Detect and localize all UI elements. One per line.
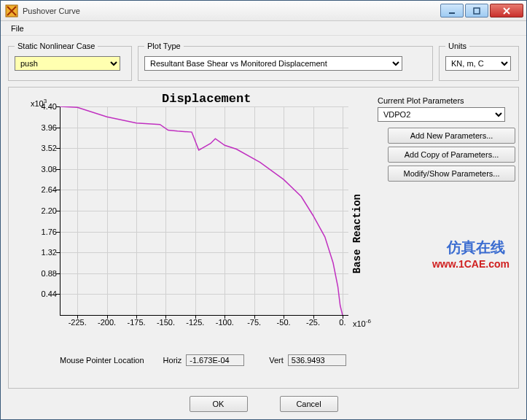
x-tick-label: -75. [243, 318, 265, 327]
add-copy-parameters-button[interactable]: Add Copy of Parameters... [388, 147, 515, 163]
y-tick-label: 3.52 [31, 144, 57, 152]
titlebar: Pushover Curve [1, 1, 526, 21]
horiz-label: Horiz [163, 356, 182, 365]
minimize-button[interactable] [440, 4, 464, 18]
watermark-text: 仿真在线 [447, 238, 505, 257]
x-tick-label: -225. [66, 318, 88, 327]
x-tick-label: -100. [214, 318, 235, 327]
y-tick-label: 0.88 [31, 269, 57, 278]
x-tick-label: -50. [273, 318, 294, 327]
chart-title: Displacement [162, 92, 251, 106]
group-units: Units KN, m, C [439, 42, 519, 81]
menubar: File [1, 21, 526, 36]
cancel-button[interactable]: Cancel [280, 396, 338, 412]
x-tick-label: -125. [184, 318, 206, 327]
x-axis-multiplier: x10-6 [353, 318, 371, 328]
menu-file[interactable]: File [5, 23, 30, 34]
group-units-legend: Units [445, 42, 469, 50]
svg-rect-2 [474, 8, 480, 14]
group-static-nonlinear-case: Static Nonlinear Case push [8, 42, 132, 81]
y-tick-label: 2.20 [31, 206, 57, 215]
case-select[interactable]: push [15, 56, 120, 71]
main-panel: Displacementx103Base Reactionx10-6-225.-… [8, 87, 519, 389]
y-tick-label: 0.44 [31, 289, 57, 298]
close-button[interactable] [490, 4, 523, 18]
mouse-label: Mouse Pointer Location [60, 356, 144, 365]
group-plot-type: Plot Type Resultant Base Shear vs Monito… [138, 42, 433, 81]
plot-type-select[interactable]: Resultant Base Shear vs Monitored Displa… [144, 56, 402, 71]
app-icon [5, 4, 18, 18]
x-tick-label: -200. [96, 318, 118, 327]
group-case-legend: Static Nonlinear Case [15, 42, 98, 50]
x-tick-label: -150. [155, 318, 176, 327]
y-tick-label: 3.96 [31, 123, 57, 132]
horiz-value: -1.673E-04 [186, 354, 244, 366]
params-select[interactable]: VDPO2 [378, 107, 505, 122]
watermark-url: www.1CAE.com [432, 258, 510, 270]
y-tick-label: 2.64 [31, 185, 57, 194]
units-select[interactable]: KN, m, C [445, 56, 511, 71]
mouse-location-row: Mouse Pointer Location Horiz -1.673E-04 … [16, 354, 373, 366]
maximize-button[interactable] [465, 4, 488, 18]
y-tick-label: 1.32 [31, 248, 57, 257]
pushover-curve [60, 106, 348, 315]
window-title: Pushover Curve [23, 7, 440, 15]
y-axis-label: Base Reaction [351, 194, 363, 273]
app-window: Pushover Curve File Static Nonlinear Cas… [0, 0, 527, 420]
vert-value: 536.9493 [288, 354, 346, 366]
pushover-chart[interactable]: Displacementx103Base Reactionx10-6-225.-… [16, 92, 373, 349]
x-tick-label: -175. [125, 318, 147, 327]
x-tick-label: -25. [302, 318, 324, 327]
params-legend: Current Plot Parameters [378, 96, 515, 105]
x-tick-label: 0. [332, 318, 354, 327]
modify-show-parameters-button[interactable]: Modify/Show Parameters... [388, 166, 515, 182]
ok-button[interactable]: OK [190, 396, 248, 412]
group-plot-legend: Plot Type [144, 42, 184, 50]
client-area: Static Nonlinear Case push Plot Type Res… [1, 36, 526, 419]
y-tick-label: 4.40 [31, 102, 57, 111]
add-new-parameters-button[interactable]: Add New Parameters... [388, 128, 515, 144]
vert-label: Vert [269, 356, 284, 365]
y-tick-label: 3.08 [31, 165, 57, 174]
y-tick-label: 1.76 [31, 228, 57, 236]
